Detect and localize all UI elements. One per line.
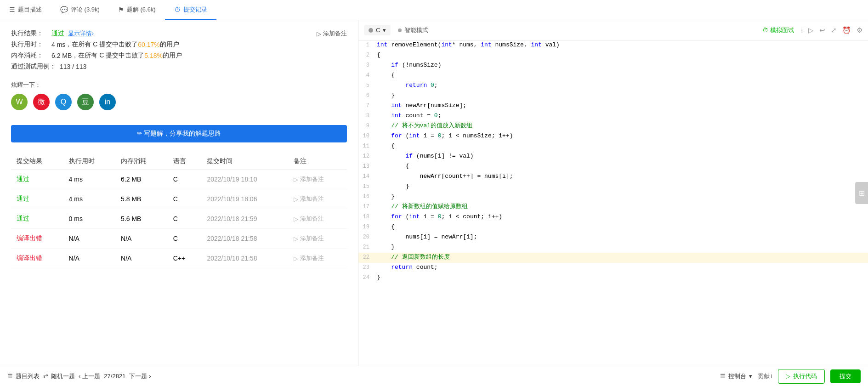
info-icon[interactable]: i: [801, 26, 803, 34]
expand-icon[interactable]: ⤢: [831, 26, 837, 34]
run-code-icon: ▷: [786, 373, 790, 380]
add-note-button[interactable]: ▷ 添加备注: [294, 254, 341, 262]
run-icon[interactable]: ▷: [808, 26, 814, 34]
time-value: 4 ms: [51, 41, 65, 48]
write-solution-button[interactable]: ✏ 写题解，分享我的解题思路: [11, 125, 347, 142]
linkedin-button[interactable]: in: [99, 94, 116, 110]
col-header-lang: 语言: [168, 153, 202, 170]
code-line: 7 int newArr[numsSize];: [358, 101, 868, 111]
execution-result-row: 执行结果： 通过 显示详情 › ▷ 添加备注: [11, 29, 347, 38]
show-details-link[interactable]: 显示详情: [68, 29, 92, 38]
random-icon: ⇄: [43, 373, 48, 380]
row-mem: 5.8 MB: [115, 189, 168, 209]
problem-list-button[interactable]: ☰ 题目列表: [7, 372, 40, 380]
result-status: 通过: [51, 29, 64, 38]
line-content: // 将新数组的值赋给原数组: [377, 202, 868, 212]
add-note-button[interactable]: ▷ 添加备注: [294, 215, 341, 223]
line-number: 12: [358, 152, 377, 161]
code-line: 20 nums[i] = newArr[i];: [358, 233, 868, 243]
comments-icon: 💬: [60, 6, 68, 13]
line-content: if (nums[i] != val): [377, 152, 868, 161]
weibo-button[interactable]: 微: [33, 94, 50, 110]
tab-solutions[interactable]: ⚑ 题解 (6.6k): [109, 0, 165, 20]
wechat-button[interactable]: W: [11, 94, 28, 110]
code-line: 17 // 将新数组的值赋给原数组: [358, 202, 868, 212]
add-note-button[interactable]: ▷ 添加备注: [294, 175, 341, 183]
code-line: 2{: [358, 51, 868, 61]
settings-icon[interactable]: ⚙: [857, 26, 862, 34]
code-line: 14 newArr[count++] = nums[i];: [358, 172, 868, 182]
row-status[interactable]: 编译出错: [17, 254, 42, 261]
execution-time-row: 执行用时： 4 ms ，在所有 C 提交中击败了 60.17% 的用户: [11, 40, 347, 49]
line-number: 18: [358, 212, 377, 221]
row-lang: C: [168, 209, 202, 229]
solutions-icon: ⚑: [118, 6, 124, 13]
language-selector[interactable]: C ▾: [364, 25, 391, 35]
col-header-note: 备注: [288, 153, 347, 170]
code-line: 16 }: [358, 192, 868, 202]
add-note-top-button[interactable]: ▷ 添加备注: [317, 29, 347, 38]
submit-button[interactable]: 提交: [830, 369, 861, 383]
line-number: 5: [358, 81, 377, 90]
prev-button[interactable]: ‹ 上一题: [79, 372, 100, 380]
code-line: 3 if (!numsSize): [358, 61, 868, 71]
col-header-submit-time: 提交时间: [201, 153, 288, 170]
simulate-interview-button[interactable]: ⏱ 模拟面试: [762, 26, 794, 34]
page-indicator: 27/2821: [104, 373, 125, 380]
code-line: 9 // 将不为val的值放入新数组: [358, 121, 868, 131]
clock-icon[interactable]: ⏰: [842, 26, 851, 34]
row-mem: N/A: [115, 249, 168, 268]
code-line: 19 {: [358, 222, 868, 233]
smart-mode-dot-icon: [398, 28, 402, 32]
console-button[interactable]: ☰ 控制台 ▾: [720, 372, 752, 380]
qq-button[interactable]: Q: [55, 94, 72, 110]
line-number: 6: [358, 91, 377, 100]
lang-dropdown-icon: ▾: [383, 27, 386, 34]
run-code-button[interactable]: ▷ 执行代码: [778, 369, 825, 384]
row-time: 0 ms: [63, 209, 116, 229]
row-status[interactable]: 通过: [17, 215, 29, 222]
line-content: int count = 0;: [377, 111, 868, 121]
table-row: 编译出错 N/A N/A C 2022/10/18 21:58 ▷ 添加备注: [11, 229, 347, 249]
code-line: 1int removeElement(int* nums, int numsSi…: [358, 40, 868, 51]
next-button[interactable]: 下一题 ›: [129, 372, 151, 380]
line-content: nums[i] = newArr[i];: [377, 233, 868, 242]
row-submit-time: 2022/10/18 21:58: [201, 249, 288, 268]
line-content: {: [377, 222, 868, 232]
lang-circle-icon: [369, 28, 373, 33]
mem-pct: 5.18%: [144, 52, 163, 59]
add-note-button[interactable]: ▷ 添加备注: [294, 234, 341, 243]
row-status[interactable]: 通过: [17, 175, 29, 182]
code-editor[interactable]: 1int removeElement(int* nums, int numsSi…: [358, 40, 868, 366]
tab-comments[interactable]: 💬 评论 (3.9k): [51, 0, 109, 20]
note-icon: ▷: [294, 235, 298, 242]
random-problem-button[interactable]: ⇄ 随机一题: [43, 372, 75, 380]
description-icon: ☰: [9, 6, 15, 13]
douban-button[interactable]: 豆: [77, 94, 94, 110]
table-row: 通过 0 ms 5.6 MB C 2022/10/18 21:59 ▷ 添加备注: [11, 209, 347, 229]
test-cases-row: 通过测试用例： 113 / 113: [11, 62, 347, 71]
line-number: 15: [358, 182, 377, 191]
smart-mode-button[interactable]: 智能模式: [398, 26, 428, 34]
undo-icon[interactable]: ↩: [819, 26, 825, 34]
line-number: 1: [358, 40, 377, 50]
contribute-button[interactable]: 贡献 i: [758, 372, 773, 380]
code-line: 24}: [358, 273, 868, 283]
left-panel: 执行结果： 通过 显示详情 › ▷ 添加备注 执行用时： 4 ms ，在所有 C…: [0, 20, 358, 366]
line-content: return 0;: [377, 81, 868, 91]
line-number: 13: [358, 162, 377, 171]
line-content: for (int i = 0; i < numsSize; i++): [377, 131, 868, 141]
tab-description[interactable]: ☰ 题目描述: [0, 0, 51, 20]
memory-row: 内存消耗： 6.2 MB ，在所有 C 提交中击败了 5.18% 的用户: [11, 51, 347, 60]
floating-side-button[interactable]: ⊞: [855, 182, 868, 204]
add-note-button[interactable]: ▷ 添加备注: [294, 195, 341, 203]
line-content: // 返回新数组的长度: [377, 253, 868, 262]
code-line: 11 {: [358, 142, 868, 152]
row-time: N/A: [63, 229, 116, 249]
line-content: for (int i = 0; i < count; i++): [377, 212, 868, 222]
row-status[interactable]: 编译出错: [17, 234, 42, 242]
line-content: }: [377, 91, 868, 101]
line-content: {: [377, 142, 868, 151]
row-status[interactable]: 通过: [17, 195, 29, 202]
tab-submissions[interactable]: ⏱ 提交记录: [165, 0, 216, 20]
